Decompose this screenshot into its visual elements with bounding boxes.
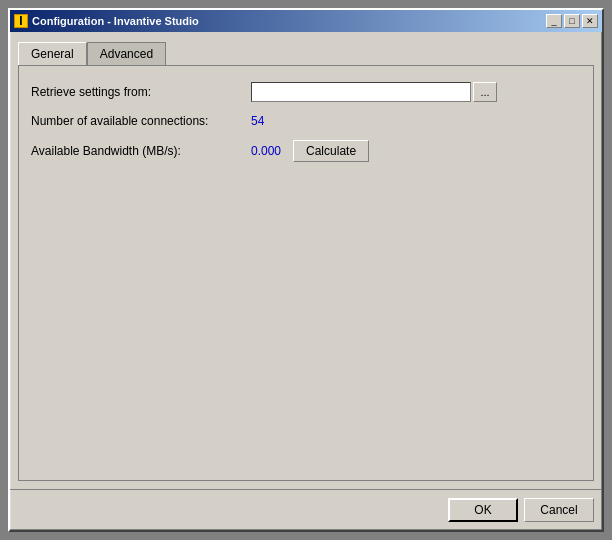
window-title: Configuration - Invantive Studio	[32, 15, 199, 27]
connections-value: 54	[251, 114, 264, 128]
title-bar-left: I Configuration - Invantive Studio	[14, 14, 199, 28]
browse-button[interactable]: ...	[473, 82, 497, 102]
title-bar: I Configuration - Invantive Studio _ □ ✕	[10, 10, 602, 32]
close-button[interactable]: ✕	[582, 14, 598, 28]
bandwidth-value: 0.000	[251, 144, 281, 158]
connections-row: Number of available connections: 54	[31, 114, 581, 128]
bandwidth-label: Available Bandwidth (MB/s):	[31, 144, 251, 158]
retrieve-settings-row: Retrieve settings from: ...	[31, 82, 581, 102]
main-window: I Configuration - Invantive Studio _ □ ✕…	[8, 8, 604, 532]
window-icon: I	[14, 14, 28, 28]
bottom-bar: OK Cancel	[10, 489, 602, 530]
cancel-button[interactable]: Cancel	[524, 498, 594, 522]
retrieve-settings-input[interactable]	[251, 82, 471, 102]
tab-panel-general: Retrieve settings from: ... Number of av…	[18, 65, 594, 481]
tab-bar: General Advanced	[18, 40, 594, 66]
calculate-button[interactable]: Calculate	[293, 140, 369, 162]
ok-button[interactable]: OK	[448, 498, 518, 522]
tabs-container: General Advanced Retrieve settings from:…	[18, 40, 594, 481]
minimize-button[interactable]: _	[546, 14, 562, 28]
maximize-button[interactable]: □	[564, 14, 580, 28]
retrieve-settings-label: Retrieve settings from:	[31, 85, 251, 99]
tab-general[interactable]: General	[18, 42, 87, 67]
window-content: General Advanced Retrieve settings from:…	[10, 32, 602, 489]
title-buttons: _ □ ✕	[546, 14, 598, 28]
connections-label: Number of available connections:	[31, 114, 251, 128]
tab-advanced[interactable]: Advanced	[87, 42, 166, 66]
bandwidth-row: Available Bandwidth (MB/s): 0.000 Calcul…	[31, 140, 581, 162]
retrieve-settings-input-group: ...	[251, 82, 497, 102]
